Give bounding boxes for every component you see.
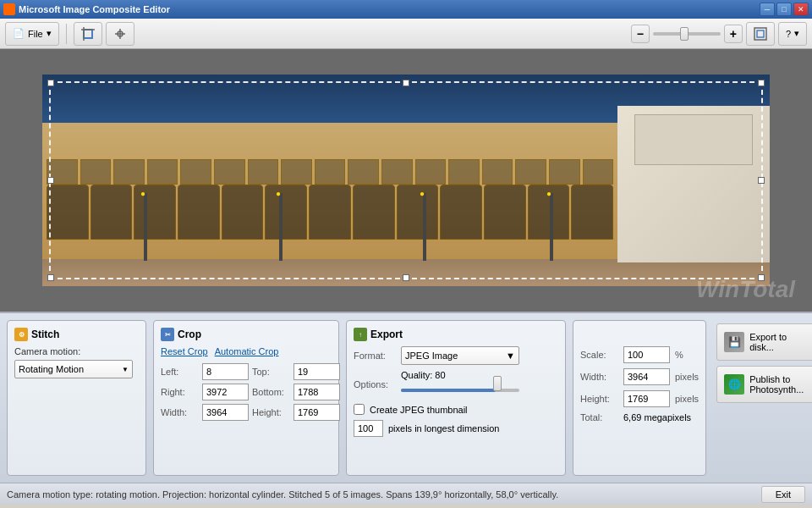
quality-row: Options: Quality: 80 <box>354 370 558 399</box>
create-thumbnail-checkbox[interactable] <box>354 404 365 415</box>
crop-right-field: Right: <box>161 384 249 400</box>
exit-button[interactable]: Exit <box>761 486 805 503</box>
crop-height-label: Height: <box>252 407 290 417</box>
scale-input[interactable] <box>623 346 670 363</box>
crop-left-input[interactable] <box>202 363 249 380</box>
scale-height-unit: pixels <box>675 394 699 404</box>
export-disk-icon: 💾 <box>724 332 744 352</box>
publish-label: Publish to Photosynth... <box>749 374 804 395</box>
lamp-post-3 <box>423 193 426 261</box>
app-icon <box>3 3 15 15</box>
scale-height-input[interactable] <box>623 390 670 407</box>
scale-unit: % <box>675 350 683 360</box>
zoom-slider[interactable] <box>653 32 721 36</box>
scale-height-label: Height: <box>580 394 618 404</box>
options-label: Options: <box>354 379 396 389</box>
scale-width-label: Width: <box>580 372 618 382</box>
export-icon: ↑ <box>354 328 367 341</box>
help-icon: ? <box>786 29 791 39</box>
crop-right-label: Right: <box>161 387 199 397</box>
publish-button[interactable]: 🌐 Publish to Photosynth... <box>716 366 812 403</box>
format-dropdown[interactable]: JPEG Image ▼ <box>401 346 519 365</box>
bottom-panel: ⚙ Stitch Camera motion: Rotating Motion … <box>0 312 812 483</box>
crop-top-field: Top: <box>252 363 340 380</box>
crop-width-input[interactable] <box>202 404 249 421</box>
crop-height-field: Height: <box>252 404 340 421</box>
pan-tool-button[interactable] <box>106 22 134 46</box>
crop-top-input[interactable] <box>294 363 340 380</box>
minimize-button[interactable]: ─ <box>760 3 775 16</box>
total-row: Total: 6,69 megapixels <box>580 412 699 422</box>
right-building <box>617 106 770 262</box>
help-dropdown-arrow: ▾ <box>794 28 799 39</box>
camera-motion-value: Rotating Motion <box>19 364 84 374</box>
crop-left-field: Left: <box>161 363 249 380</box>
toolbar-separator-1 <box>66 24 67 44</box>
zoom-controls: − + ? ▾ <box>631 22 807 46</box>
dropdown-arrow-icon: ▼ <box>122 366 129 373</box>
maximize-button[interactable]: □ <box>776 3 792 16</box>
file-dropdown-arrow: ▾ <box>47 28 52 39</box>
crop-section: ✂ Crop Reset Crop Automatic Crop Left: T… <box>153 320 339 476</box>
status-text: Camera motion type: rotating motion. Pro… <box>7 489 754 500</box>
crop-title: ✂ Crop <box>161 328 332 341</box>
scale-section: Scale: % Width: pixels Height: pixels To… <box>573 320 706 476</box>
crop-tool-icon <box>81 27 95 41</box>
stitch-section: ⚙ Stitch Camera motion: Rotating Motion … <box>7 320 146 476</box>
format-label: Format: <box>354 351 396 361</box>
automatic-crop-button[interactable]: Automatic Crop <box>215 346 279 356</box>
scale-width-unit: pixels <box>675 372 699 382</box>
zoom-in-button[interactable]: + <box>724 25 743 43</box>
camera-motion-dropdown[interactable]: Rotating Motion ▼ <box>14 360 133 378</box>
format-row: Format: JPEG Image ▼ <box>354 346 558 365</box>
crop-tool-button[interactable] <box>74 22 102 46</box>
panorama-container <box>42 75 770 286</box>
crop-height-input[interactable] <box>294 404 340 421</box>
zoom-thumb[interactable] <box>680 27 689 41</box>
fit-icon <box>754 27 767 41</box>
help-button[interactable]: ? ▾ <box>778 22 807 46</box>
crop-bottom-input[interactable] <box>294 384 340 400</box>
crop-bottom-field: Bottom: <box>252 384 340 400</box>
crop-icon: ✂ <box>161 328 174 341</box>
svg-rect-0 <box>84 30 92 38</box>
svg-rect-5 <box>757 30 764 37</box>
pixels-label: pixels in longest dimension <box>388 423 499 433</box>
crop-left-label: Left: <box>161 367 199 377</box>
fit-button[interactable] <box>746 22 775 46</box>
total-value: 6,69 megapixels <box>623 412 691 422</box>
stitch-icon: ⚙ <box>14 328 28 341</box>
quality-slider[interactable] <box>401 382 519 399</box>
thumbnail-size-input[interactable] <box>354 420 383 437</box>
reset-crop-button[interactable]: Reset Crop <box>161 346 208 356</box>
scale-label: Scale: <box>580 350 618 360</box>
export-section: ↑ Export Format: JPEG Image ▼ Options: Q… <box>346 320 566 476</box>
total-label: Total: <box>580 412 618 422</box>
windows-upper <box>47 159 613 185</box>
quality-thumb[interactable] <box>493 376 502 391</box>
arcade-row <box>47 185 613 240</box>
export-disk-button[interactable]: 💾 Export to disk... <box>716 323 812 361</box>
canvas-area[interactable]: WinTotal <box>0 49 812 312</box>
titlebar: Microsoft Image Composite Editor ─ □ ✕ <box>0 0 812 19</box>
format-value: JPEG Image <box>405 351 458 361</box>
crop-top-label: Top: <box>252 367 290 377</box>
crop-right-input[interactable] <box>202 384 249 400</box>
panorama-image <box>42 75 770 286</box>
crop-width-field: Width: <box>161 404 249 421</box>
crop-width-label: Width: <box>161 407 199 417</box>
window-controls: ─ □ ✕ <box>760 3 809 16</box>
quality-fill <box>401 389 496 392</box>
statusbar: Camera motion type: rotating motion. Pro… <box>0 483 812 505</box>
zoom-out-button[interactable]: − <box>631 25 650 43</box>
thumbnail-size-row: pixels in longest dimension <box>354 420 558 437</box>
scale-width-input[interactable] <box>623 368 670 385</box>
toolbar: 📄 File ▾ − + ? ▾ <box>0 19 812 49</box>
scale-row: Scale: % <box>580 346 699 363</box>
close-button[interactable]: ✕ <box>793 3 809 16</box>
ground-layer <box>42 259 770 286</box>
create-thumbnail-label: Create JPEG thumbnail <box>370 405 468 415</box>
camera-motion-label: Camera motion: <box>14 346 139 356</box>
scale-width-row: Width: pixels <box>580 368 699 385</box>
file-menu-button[interactable]: 📄 File ▾ <box>5 22 59 46</box>
